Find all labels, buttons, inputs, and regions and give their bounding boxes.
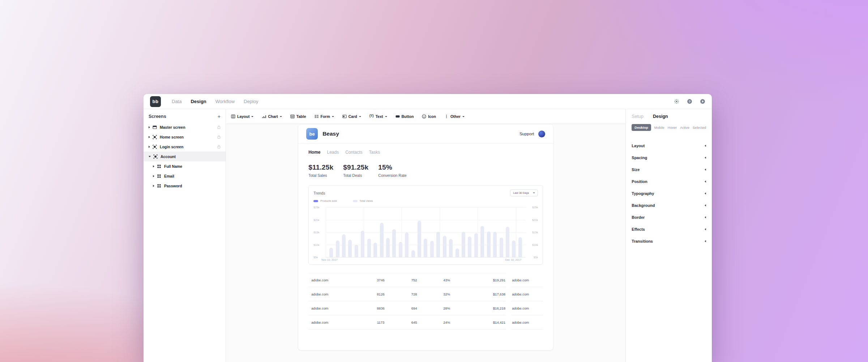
stats-row: $11.25kTotal Sales$91.25kTotal Deals15%C… [308, 163, 543, 178]
table-row[interactable]: adobe.com117364524%$14,421adobe.com [308, 315, 543, 329]
app-tab-tasks[interactable]: Tasks [369, 150, 380, 155]
state-desktop[interactable]: Desktop [632, 124, 651, 131]
bar [361, 231, 364, 257]
style-section-border[interactable]: Border [632, 211, 706, 223]
table-row-main: adobe.com117364524%$14,421 [308, 315, 506, 329]
stat-label: Total Deals [343, 173, 368, 178]
toolbar-item-card[interactable]: Card [342, 114, 361, 119]
nav-item-design[interactable]: Design [191, 99, 206, 104]
screen-item-full-name[interactable]: Full Name [144, 161, 226, 171]
caret-right-icon[interactable] [153, 185, 154, 187]
panel-tab-setup[interactable]: Setup [632, 114, 643, 119]
style-section-typography[interactable]: Typography [632, 187, 706, 199]
style-section-transitions[interactable]: Transitions [632, 235, 706, 247]
legend-swatch [313, 200, 318, 202]
lock-icon [217, 145, 221, 149]
add-screen-button[interactable]: + [218, 114, 221, 119]
caret-right-icon[interactable] [149, 136, 150, 138]
state-hover[interactable]: Hover [668, 125, 677, 129]
state-mobile[interactable]: Mobile [654, 125, 664, 129]
bar [342, 234, 346, 257]
toolbar-item-chart[interactable]: Chart [262, 114, 282, 119]
table-cell: 694 [399, 306, 429, 310]
app-preview[interactable]: be Beasy Support HomeLeadsContactsTasks … [298, 124, 553, 350]
table-cell: 752 [399, 278, 429, 282]
table-cell: $17,638 [464, 292, 505, 296]
table-side-cell: adobe.com [511, 273, 543, 287]
caret-right-icon[interactable] [149, 146, 150, 148]
stat-card-conversion-rate[interactable]: 15%Conversion Rate [378, 163, 406, 178]
table-cell: 3746 [363, 278, 399, 282]
screen-item-account[interactable]: Account [144, 152, 226, 161]
style-section-layout[interactable]: Layout [632, 140, 706, 152]
panel-tab-design[interactable]: Design [653, 114, 668, 119]
toolbar-item-icon[interactable]: Icon [422, 114, 436, 119]
date-range-select[interactable]: Last 30 Days [510, 189, 538, 196]
lock-icon [217, 125, 221, 129]
bar [380, 223, 384, 257]
nav-item-workflow[interactable]: Workflow [215, 99, 235, 104]
app-title: Beasy [322, 131, 339, 137]
caret-right-icon[interactable] [153, 165, 154, 167]
screens-header: Screens + [144, 113, 226, 122]
table-cell: 43% [429, 278, 464, 282]
stat-card-total-deals[interactable]: $91.25kTotal Deals [343, 163, 368, 178]
component-toolbar: LayoutChartTableFormCard{T}TextButtonIco… [226, 109, 625, 124]
chevron-down-icon [533, 192, 535, 193]
y-tick-label: $20k [532, 218, 538, 222]
grid-icon [157, 164, 161, 169]
style-section-spacing[interactable]: Spacing [632, 152, 706, 163]
screen-item-email[interactable]: Email [144, 171, 226, 181]
screen-item-login-screen[interactable]: Login screen [144, 142, 226, 152]
stat-card-total-sales[interactable]: $11.25kTotal Sales [308, 163, 333, 178]
state-selected[interactable]: Selected [693, 125, 706, 129]
legend-item-products-sold: Products sold [313, 199, 337, 203]
trends-chart-card[interactable]: Trends Last 30 Days Products soldTotal v… [308, 185, 543, 265]
screen-item-home-screen[interactable]: Home screen [144, 132, 226, 142]
help-icon[interactable]: ? [687, 99, 692, 104]
canvas: be Beasy Support HomeLeadsContactsTasks … [226, 124, 625, 362]
toolbar-item-button[interactable]: Button [395, 114, 414, 119]
toolbar-item-form[interactable]: Form [315, 114, 334, 119]
table-cell: 8836 [363, 306, 399, 310]
state-active[interactable]: Active [680, 125, 689, 129]
app-tab-leads[interactable]: Leads [327, 150, 339, 155]
style-section-background[interactable]: Background [632, 199, 706, 211]
toolbar-item-layout[interactable]: Layout [231, 114, 253, 119]
toolbar-item-other[interactable]: Other [444, 114, 465, 119]
settings-icon[interactable] [674, 99, 679, 104]
budibase-logo[interactable]: bb [150, 96, 161, 107]
bar-chart: $25k$20k$15k$10k$5k $25k$20k$15k$10k$5k [313, 207, 538, 257]
screen-item-master-screen[interactable]: Master screen [144, 122, 226, 132]
style-section-effects[interactable]: Effects [632, 223, 706, 235]
style-section-position[interactable]: Position [632, 175, 706, 187]
screen-item-password[interactable]: Password [144, 181, 226, 191]
caret-right-icon[interactable] [149, 126, 150, 128]
support-link[interactable]: Support [519, 132, 534, 136]
table-row[interactable]: adobe.com374675243%$19,291adobe.com [308, 273, 543, 287]
toolbar-item-text[interactable]: {T}Text [369, 114, 387, 119]
table-row[interactable]: adobe.com812672832%$17,638adobe.com [308, 287, 543, 301]
table-row-main: adobe.com812672832%$17,638 [308, 287, 506, 301]
bar [399, 242, 402, 257]
style-section-size[interactable]: Size [632, 163, 706, 175]
screen-item-label: Home screen [160, 135, 184, 139]
toolbar-item-table[interactable]: Table [290, 114, 306, 119]
app-tab-contacts[interactable]: Contacts [345, 150, 362, 155]
y-tick-label: $20k [313, 218, 319, 222]
caret-right-icon[interactable] [153, 175, 154, 177]
caret-down-icon[interactable] [149, 156, 151, 157]
table-cell: adobe.com [308, 278, 363, 282]
bar [506, 227, 509, 257]
preview-play-icon[interactable] [700, 99, 705, 104]
style-sections: LayoutSpacingSizePositionTypographyBackg… [632, 140, 706, 247]
app-header[interactable]: be Beasy Support [298, 124, 553, 144]
y-axis-right: $25k$20k$15k$10k$5k [529, 207, 538, 257]
y-tick-label: $5k [534, 256, 538, 259]
user-avatar[interactable] [538, 131, 545, 137]
app-tab-home[interactable]: Home [308, 150, 320, 155]
nav-item-deploy[interactable]: Deploy [244, 99, 258, 104]
nav-item-data[interactable]: Data [172, 99, 181, 104]
table-row[interactable]: adobe.com883669428%$16,218adobe.com [308, 301, 543, 315]
y-tick-label: $15k [313, 231, 319, 234]
